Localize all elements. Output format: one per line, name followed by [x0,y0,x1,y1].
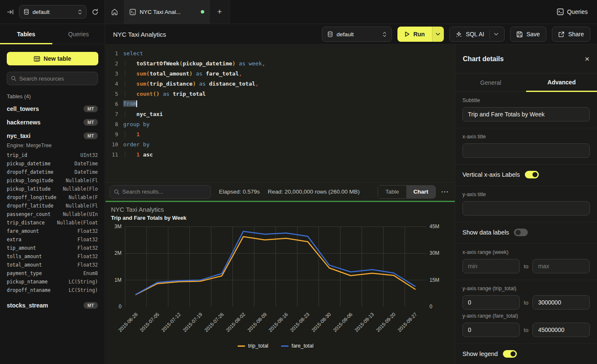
topbar-left: default [0,0,105,24]
home-button[interactable] [105,0,124,24]
code-line: 7 nyc_taxi [105,109,455,119]
legend-dash [281,345,289,347]
table-name: stocks_stream [7,302,84,309]
line-number: 8 [105,121,118,127]
code-text: from [118,100,137,108]
column-row: passenger_countNullable(UIn [0,210,105,218]
y-axis-range-trip-min-input[interactable] [462,295,520,310]
table-engine-badge: MT [84,105,98,112]
code-token: order by [123,141,150,148]
x-axis-range-max-input[interactable] [532,259,590,273]
code-token: () [153,91,159,97]
console-icon [130,9,136,15]
code-token: trip_distance [150,81,193,87]
y-axis-right-tick: 15M [430,277,448,283]
sidebar-search-input[interactable] [19,75,94,82]
show-data-labels-toggle[interactable] [514,229,528,236]
x-axis-title-input[interactable] [462,143,590,158]
chevron-down-icon [494,33,498,35]
column-type: Enum8 [83,270,98,276]
vertical-x-labels-toggle[interactable] [525,171,539,178]
y-axis-range-trip-max-input[interactable] [532,295,590,310]
code-line: 3 sum(total_amount) as fare_total, [105,68,455,78]
tables-section-label: Tables (4) [7,93,98,100]
code-token: trip_total [173,91,205,97]
collapse-sidebar-icon[interactable] [7,8,14,16]
view-toggle-table[interactable]: Table [378,186,406,198]
new-tab-button[interactable]: + [210,0,230,24]
results-search-input[interactable] [122,189,207,195]
chart-title: NYC Taxi Analytics [111,206,164,213]
share-button[interactable]: Share [552,27,590,42]
y-axis-range-trip-to-label: to [524,299,529,306]
code-token: as [239,60,246,67]
code-token [123,151,136,158]
query-tab[interactable]: NYC Taxi Anal... [124,0,210,24]
sidebar-search [7,72,98,85]
database-icon [327,31,333,38]
y-axis-left-tick: 3M [106,224,122,229]
code-token [123,91,136,97]
app-window: default NYC Taxi Anal... + Queries Table… [0,0,597,364]
run-options-button[interactable] [432,27,444,42]
code-token [206,81,209,87]
new-table-button[interactable]: New table [7,52,98,65]
sidebar-tab-tables[interactable]: Tables [0,24,52,44]
topbar-database-select[interactable]: default [19,5,86,19]
code-token: sum [136,70,146,77]
tab-advanced[interactable]: Advanced [526,73,597,92]
y-axis-range-fare-min-input[interactable] [462,323,520,337]
run-button[interactable]: Run [397,27,432,42]
chevron-updown-icon [78,9,82,15]
y-axis-range-fare-max-input[interactable] [532,323,590,337]
legend-item-fare_total[interactable]: fare_total [281,343,313,349]
tab-general[interactable]: General [455,73,526,92]
toolbar-controls: default Run SQL AI [322,27,590,42]
sql-editor[interactable]: 1select2 toStartOfWeek(pickup_datetime) … [105,45,455,182]
home-icon [111,8,118,15]
queries-button[interactable]: Queries [557,0,597,24]
column-row: dropoff_latitudeNullable(Fl [0,202,105,210]
column-name: dropoff_longitude [7,194,69,200]
chart-plot[interactable] [125,226,426,307]
table-row[interactable]: nyc_taxiMT [0,129,105,143]
database-icon [24,9,29,15]
sql-ai-label: SQL AI [466,31,484,38]
code-token [140,151,143,158]
y-axis-right-tick: 30M [430,250,448,256]
table-row[interactable]: cell_towersMT [0,102,105,116]
view-toggle-chart[interactable]: Chart [406,186,435,198]
code-token: 1 [136,151,140,158]
column-row: trip_idUInt32 [0,151,105,159]
legend-label: fare_total [292,343,313,349]
refresh-icon[interactable] [92,8,99,16]
toolbar-database-select[interactable]: default [322,27,392,42]
column-row: extraFloat32 [0,235,105,244]
run-button-group: Run [397,27,444,42]
topbar-database-value: default [32,9,75,15]
code-token: , [239,70,242,77]
x-axis-range-min-input[interactable] [462,259,520,273]
x-axis-title-group: x-axis title [455,128,597,164]
column-list: trip_idUInt32pickup_datetimeDateTimedrop… [0,151,105,299]
save-button[interactable]: Save [510,27,546,42]
sidebar-tab-queries[interactable]: Queries [52,24,105,44]
sql-ai-button[interactable]: SQL AI [449,27,505,42]
y-axis-left-tick: 0 [106,304,122,310]
table-row[interactable]: hackernewsMT [0,116,105,129]
y-axis-title-input[interactable] [462,201,590,216]
subtitle-input[interactable] [462,107,590,121]
column-name: trip_id [7,152,80,158]
show-legend-toggle[interactable] [503,350,517,358]
show-data-labels-group: Show data labels [455,222,597,244]
close-icon[interactable]: × [585,55,589,63]
column-row: pickup_datetimeDateTime [0,159,105,168]
save-button-label: Save [527,31,540,38]
code-token [196,81,199,87]
more-options-button[interactable]: ··· [436,188,451,195]
legend-item-trip_total[interactable]: trip_total [238,343,268,349]
toolbar-database-value: default [337,31,379,38]
table-row[interactable]: stocks_streamMT [0,299,105,312]
y-axis-range-fare-label: y-axis range (fare_total) [462,313,590,319]
sql-ai-options-button[interactable] [489,30,498,38]
